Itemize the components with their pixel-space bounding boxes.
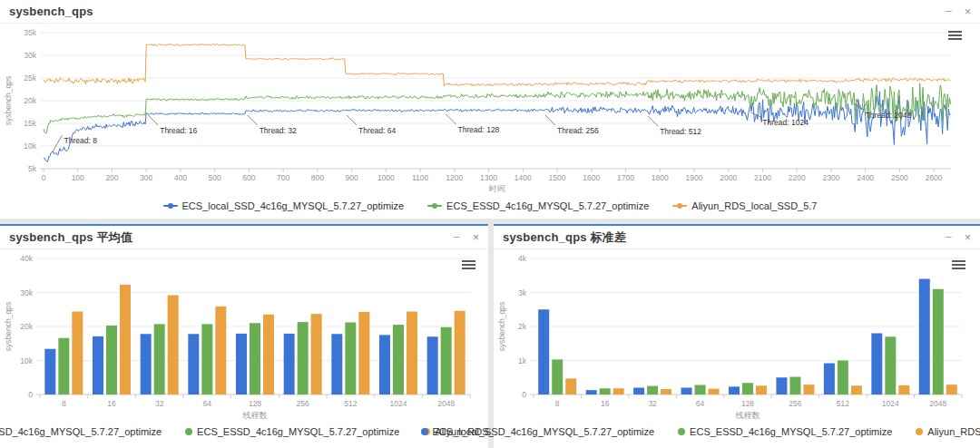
y-axis-name: sysbench_qps xyxy=(4,76,13,125)
minimize-icon[interactable]: − xyxy=(945,231,952,243)
bar-blue[interactable] xyxy=(586,390,597,394)
bar-green[interactable] xyxy=(838,361,848,395)
x-tick-label: 1200 xyxy=(446,173,463,182)
bar-blue[interactable] xyxy=(633,388,644,395)
legend-item-blue[interactable]: ECS_local_SSD_4c16g_MYSQL_5.7.27_optimiz… xyxy=(163,200,405,211)
bar-orange[interactable] xyxy=(661,389,671,394)
bar-green[interactable] xyxy=(695,385,706,395)
bar-orange[interactable] xyxy=(311,314,322,394)
legend-item-orange[interactable]: Aliyun_RDS_local_SSD_5.7 xyxy=(672,200,817,211)
annotation-label: Thread: 256 xyxy=(557,126,599,135)
legend-item-green[interactable]: ECS_ESSD_4c16g_MYSQL_5.7.27_optimize xyxy=(427,200,649,211)
bar-orange[interactable] xyxy=(407,312,417,395)
x-tick-label: 1024 xyxy=(390,399,407,408)
bar-orange[interactable] xyxy=(756,385,767,394)
average-bar-chart[interactable]: 010k20k30k40k816326412825651210242048线程数… xyxy=(0,249,488,422)
bar-green[interactable] xyxy=(106,326,117,394)
y-tick-label: 10k xyxy=(24,141,36,151)
x-tick-label: 700 xyxy=(277,173,289,182)
series-line-orange[interactable] xyxy=(44,44,951,86)
y-tick-label: 2k xyxy=(518,322,527,331)
bar-orange[interactable] xyxy=(613,388,624,394)
annotation-pointer xyxy=(446,114,456,124)
x-tick-label: 2600 xyxy=(926,173,943,182)
bar-blue[interactable] xyxy=(729,386,740,394)
chart-menu-icon[interactable] xyxy=(952,260,965,271)
bar-green[interactable] xyxy=(298,322,309,394)
x-tick-label: 64 xyxy=(203,399,212,408)
close-icon[interactable]: × xyxy=(473,232,479,243)
bar-green[interactable] xyxy=(441,327,452,394)
bar-green[interactable] xyxy=(345,323,356,395)
bar-orange[interactable] xyxy=(358,312,369,394)
bar-orange[interactable] xyxy=(263,315,274,394)
y-tick-label: 1k xyxy=(518,356,527,365)
bar-blue[interactable] xyxy=(824,364,835,395)
chart-menu-icon[interactable] xyxy=(462,260,475,271)
bar-orange[interactable] xyxy=(709,389,720,394)
annotation-pointer xyxy=(648,116,658,126)
legend-marker xyxy=(427,205,442,207)
bar-green[interactable] xyxy=(201,324,212,394)
bar-orange[interactable] xyxy=(565,378,576,394)
legend-item-green[interactable]: ECS_ESSD_4c16g_MYSQL_5.7.27_optimize xyxy=(678,426,892,437)
bar-green[interactable] xyxy=(742,383,753,394)
y-tick-label: 35k xyxy=(24,28,36,37)
bar-blue[interactable] xyxy=(871,334,882,395)
minimize-icon[interactable]: − xyxy=(453,231,460,243)
legend-label: ECS_local_SSD_4c16g_MYSQL_5.7.27_optimiz… xyxy=(182,200,405,211)
legend-item-green[interactable]: ECS_ESSD_4c16g_MYSQL_5.7.27_optimize xyxy=(185,426,399,437)
bar-green[interactable] xyxy=(552,359,563,394)
bar-orange[interactable] xyxy=(898,385,909,394)
bar-blue[interactable] xyxy=(44,349,55,394)
bar-blue[interactable] xyxy=(681,388,692,395)
bar-orange[interactable] xyxy=(851,385,862,394)
bar-blue[interactable] xyxy=(331,334,342,394)
x-tick-label: 8 xyxy=(62,399,66,408)
bar-blue[interactable] xyxy=(188,334,199,394)
bar-green[interactable] xyxy=(789,377,800,395)
line-chart-legend: ECS_local_SSD_4c16g_MYSQL_5.7.27_optimiz… xyxy=(0,196,980,216)
bar-blue[interactable] xyxy=(379,335,390,394)
x-tick-label: 64 xyxy=(696,399,705,408)
bar-orange[interactable] xyxy=(455,311,466,394)
chart-menu-icon[interactable] xyxy=(948,31,962,42)
bar-green[interactable] xyxy=(933,289,944,394)
bar-orange[interactable] xyxy=(72,312,83,395)
bar-green[interactable] xyxy=(885,336,896,394)
bar-blue[interactable] xyxy=(538,309,549,394)
bar-blue[interactable] xyxy=(284,334,295,394)
bar-green[interactable] xyxy=(393,325,404,394)
line-chart[interactable]: 5k10k15k20k25k30k35k01002003004005006007… xyxy=(0,24,980,196)
bar-orange[interactable] xyxy=(803,385,814,394)
bar-blue[interactable] xyxy=(141,334,152,394)
bar-blue[interactable] xyxy=(427,336,438,394)
minimize-icon[interactable]: − xyxy=(945,5,952,17)
legend-marker xyxy=(916,428,923,435)
bar-green[interactable] xyxy=(154,324,165,394)
bar-orange[interactable] xyxy=(120,285,131,394)
legend-item-blue[interactable]: ECS_local_SSD_4c16g_MYSQL_5.7.27_optimiz… xyxy=(421,426,655,437)
close-icon[interactable]: × xyxy=(965,232,971,243)
bar-green[interactable] xyxy=(58,338,69,394)
bar-blue[interactable] xyxy=(776,377,787,394)
bar-blue[interactable] xyxy=(919,279,930,395)
legend-item-blue[interactable]: ECS_local_SSD_4c16g_MYSQL_5.7.27_optimiz… xyxy=(0,426,162,437)
y-axis-name: sysbench_qps xyxy=(497,302,506,351)
legend-item-orange[interactable]: Aliyun_RDS_local_SSD_5.7 xyxy=(916,426,980,437)
bar-green[interactable] xyxy=(600,388,611,394)
bar-orange[interactable] xyxy=(168,296,179,395)
bar-orange[interactable] xyxy=(215,307,226,394)
bar-blue[interactable] xyxy=(93,336,103,394)
y-tick-label: 30k xyxy=(24,51,36,60)
close-icon[interactable]: × xyxy=(965,6,971,17)
legend-label: ECS_ESSD_4c16g_MYSQL_5.7.27_optimize xyxy=(197,426,399,437)
x-tick-label: 128 xyxy=(741,399,754,408)
stddev-bar-chart[interactable]: 01k2k3k4k816326412825651210242048线程数sysb… xyxy=(494,249,980,422)
bar-orange[interactable] xyxy=(946,385,957,394)
panel-header-icons: − × xyxy=(945,231,971,243)
bar-blue[interactable] xyxy=(236,334,247,394)
bar-green[interactable] xyxy=(250,323,260,394)
bar-green[interactable] xyxy=(647,386,658,394)
x-tick-label: 256 xyxy=(297,399,309,408)
